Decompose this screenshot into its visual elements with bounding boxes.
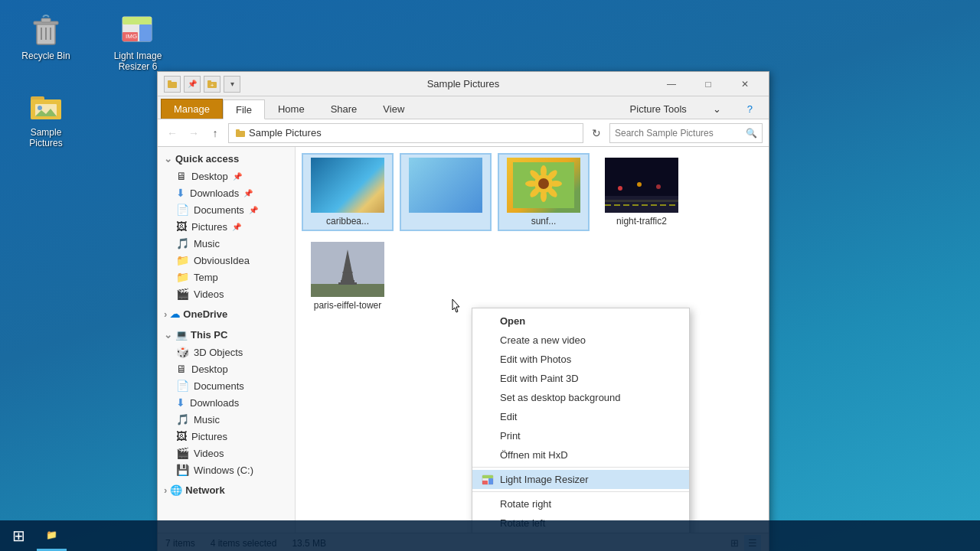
taskbar-item-explorer[interactable]: 📁 <box>37 520 67 551</box>
obviousidea-qa-label: ObviousIdea <box>194 255 250 266</box>
context-menu: Open Create a new video Edit with Photos… <box>472 308 690 533</box>
music-pc-icon: 🎵 <box>176 413 189 425</box>
maximize-button[interactable]: □ <box>691 72 726 96</box>
up-button[interactable]: ↑ <box>207 125 224 142</box>
sidebar-item-downloads-qa[interactable]: ⬇ Downloads 📌 <box>158 184 295 201</box>
file-item-caribbean[interactable]: caribbea... <box>302 153 394 231</box>
ctx-edit-paint3d-label: Edit with Paint 3D <box>500 373 579 384</box>
file-item-night-traffic[interactable]: night-traffic2 <box>596 153 688 231</box>
svg-rect-17 <box>168 80 172 83</box>
sidebar-item-temp-qa[interactable]: 📁 Temp <box>158 269 295 285</box>
desktop-icon-recycle-bin[interactable]: Recycle Bin <box>15 8 77 64</box>
forward-button[interactable]: → <box>185 125 202 142</box>
svg-point-28 <box>550 181 562 187</box>
sidebar-item-documents-qa[interactable]: 📄 Documents 📌 <box>158 201 295 218</box>
address-path[interactable]: Sample Pictures <box>228 123 583 143</box>
downloads-pc-label: Downloads <box>190 397 239 409</box>
ctx-item-set-desktop-bg[interactable]: Set as desktop background <box>472 388 689 407</box>
toolbar-dropdown-btn[interactable]: ▾ <box>224 76 240 93</box>
downloads-pc-icon: ⬇ <box>176 396 185 409</box>
ctx-item-edit[interactable]: Edit <box>472 407 689 426</box>
downloads-qa-label: Downloads <box>190 187 239 199</box>
music-pc-label: Music <box>194 414 220 425</box>
sidebar-item-3d-objects[interactable]: 🎲 3D Objects <box>158 344 295 360</box>
documents-qa-label: Documents <box>194 204 244 216</box>
ctx-item-print[interactable]: Print <box>472 426 689 445</box>
minimize-button[interactable]: — <box>654 72 689 96</box>
file-item-blue[interactable] <box>400 153 492 231</box>
expand-ribbon-btn[interactable]: ⌄ <box>700 99 734 119</box>
ctx-edit-label: Edit <box>500 411 517 422</box>
documents-qa-icon: 📄 <box>176 204 189 216</box>
tab-manage[interactable]: Manage <box>161 99 223 119</box>
sidebar-item-music-qa[interactable]: 🎵 Music <box>158 235 295 252</box>
desktop-icon-sample-pictures[interactable]: Sample Pictures <box>15 84 77 152</box>
sidebar-header-network[interactable]: › 🌐 Network <box>158 481 295 499</box>
tab-share[interactable]: Share <box>318 99 371 119</box>
search-box[interactable]: 🔍 <box>609 123 763 143</box>
sidebar-header-onedrive[interactable]: › ☁ OneDrive <box>158 305 295 323</box>
explorer-window: 📌 + ▾ Sample Pictures — □ ✕ Manage <box>157 71 769 551</box>
sidebar-header-this-pc[interactable]: ⌄ 💻 This PC <box>158 326 295 344</box>
ctx-item-light-image-resizer[interactable]: Light Image Resizer <box>472 470 689 489</box>
desktop-icon-light-image-resizer[interactable]: IMG Light Image Resizer 6 <box>107 8 168 75</box>
ctx-item-open[interactable]: Open <box>472 311 689 331</box>
desktop-pc-icon: 🖥 <box>176 363 187 375</box>
file-item-sunflower[interactable]: sunf... <box>498 153 590 231</box>
svg-point-38 <box>656 184 661 189</box>
sidebar-header-quick-access[interactable]: ⌄ Quick access <box>158 150 295 168</box>
svg-rect-52 <box>488 478 493 484</box>
file-thumbnail-caribbean <box>311 158 384 213</box>
sidebar-item-windows-c[interactable]: 💾 Windows (C:) <box>158 461 295 478</box>
ctx-item-edit-paint3d[interactable]: Edit with Paint 3D <box>472 369 689 388</box>
svg-point-15 <box>38 106 42 110</box>
search-input[interactable] <box>615 128 746 139</box>
sidebar-item-downloads-pc[interactable]: ⬇ Downloads <box>158 394 295 411</box>
sidebar-item-videos-qa[interactable]: 🎬 Videos <box>158 285 295 302</box>
sidebar-item-music-pc[interactable]: 🎵 Music <box>158 411 295 428</box>
svg-point-26 <box>541 165 547 178</box>
sidebar-item-pictures-qa[interactable]: 🖼 Pictures 📌 <box>158 218 295 235</box>
sidebar-item-desktop-pc[interactable]: 🖥 Desktop <box>158 360 295 377</box>
sidebar-item-pictures-pc[interactable]: 🖼 Pictures <box>158 428 295 445</box>
svg-text:+: + <box>211 82 214 89</box>
svg-rect-21 <box>236 131 245 137</box>
file-item-paris-eiffel[interactable]: paris-eiffel-tower <box>302 237 394 315</box>
ctx-item-open-hxd[interactable]: Öffnen mit HxD <box>472 445 689 465</box>
help-btn[interactable]: ? <box>734 99 766 119</box>
sidebar-item-obviousidea-qa[interactable]: 📁 ObviousIdea <box>158 252 295 269</box>
pin-icon-dl: 📌 <box>243 189 253 197</box>
tab-file[interactable]: File <box>223 99 265 119</box>
ctx-separator-1 <box>472 467 689 468</box>
refresh-button[interactable]: ↻ <box>588 125 605 142</box>
eiffel-svg <box>311 242 384 297</box>
tab-picture-tools[interactable]: Picture Tools <box>617 99 700 119</box>
close-button[interactable]: ✕ <box>727 72 763 96</box>
ctx-item-create-new-video[interactable]: Create a new video <box>472 331 689 350</box>
ctx-edit-photos-label: Edit with Photos <box>500 354 571 365</box>
back-button[interactable]: ← <box>164 125 181 142</box>
start-button[interactable]: ⊞ <box>0 520 37 551</box>
main-content: ⌄ Quick access 🖥 Desktop 📌 ⬇ Downloads 📌 <box>158 147 769 533</box>
toolbar-pin-btn[interactable]: 📌 <box>184 76 201 93</box>
onedrive-label: OneDrive <box>183 308 227 320</box>
tab-view[interactable]: View <box>370 99 417 119</box>
svg-rect-42 <box>311 284 384 297</box>
sidebar-item-videos-pc[interactable]: 🎬 Videos <box>158 445 295 461</box>
address-text: Sample Pictures <box>249 127 322 139</box>
file-grid: caribbea... <box>302 153 763 315</box>
svg-rect-22 <box>236 129 240 132</box>
toolbar-folder-btn[interactable] <box>164 76 181 93</box>
file-area[interactable]: caribbea... <box>296 147 769 533</box>
tab-home[interactable]: Home <box>265 99 318 119</box>
temp-qa-icon: 📁 <box>176 271 189 283</box>
sidebar-item-documents-pc[interactable]: 📄 Documents <box>158 377 295 394</box>
ctx-item-edit-with-photos[interactable]: Edit with Photos <box>472 350 689 369</box>
toolbar-new-folder-btn[interactable]: + <box>204 76 220 93</box>
ctx-item-rotate-right[interactable]: Rotate right <box>472 494 689 514</box>
window-title: Sample Pictures <box>427 78 500 90</box>
this-pc-label: This PC <box>191 329 227 341</box>
downloads-qa-icon: ⬇ <box>176 187 185 199</box>
sidebar-item-desktop-qa[interactable]: 🖥 Desktop 📌 <box>158 168 295 184</box>
search-icon[interactable]: 🔍 <box>746 128 757 139</box>
